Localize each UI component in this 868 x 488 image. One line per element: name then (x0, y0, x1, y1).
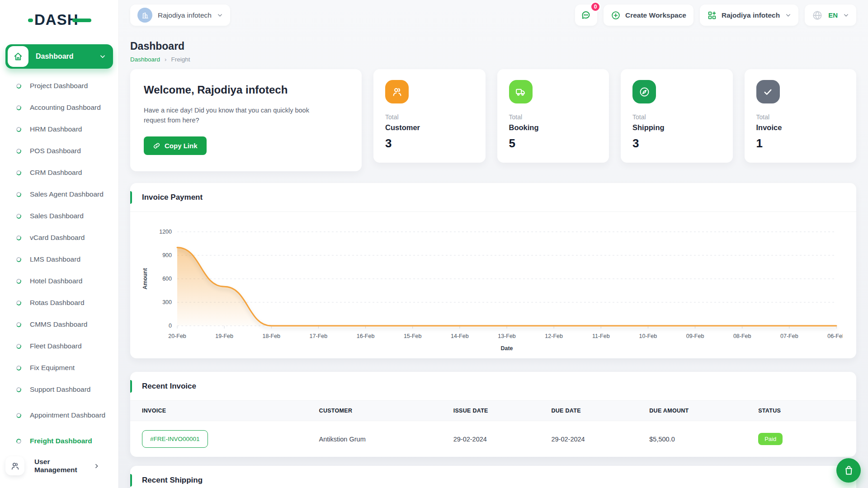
link-icon (153, 142, 160, 150)
stat-value: 1 (756, 136, 845, 150)
messages-count-badge: 0 (590, 1, 601, 12)
recent-shipping-title: Recent Shipping (142, 476, 203, 485)
breadcrumb-dashboard-link[interactable]: Dashboard (130, 56, 160, 63)
sidebar-item-hotel-dashboard[interactable]: Hotel Dashboard (0, 270, 118, 292)
user-management-label: User Management (34, 458, 94, 474)
workspace-name: Rajodiya infotech (158, 11, 212, 19)
stat-card-shipping: Total Shipping 3 (621, 69, 733, 163)
workspace-selector[interactable]: Rajodiya infotech (130, 5, 230, 26)
sidebar-item-accounting-dashboard[interactable]: Accounting Dashboard (0, 97, 118, 118)
sidebar-item-support-dashboard[interactable]: Support Dashboard (0, 379, 118, 400)
svg-text:300: 300 (162, 299, 172, 305)
invoice-number-button[interactable]: #FRE-INVO00001 (142, 430, 208, 448)
recent-invoice-table: Invoice Customer Issue Date Due Date Due… (130, 401, 856, 457)
breadcrumb: Dashboard › Freight (130, 56, 856, 63)
svg-text:12-Feb: 12-Feb (545, 333, 563, 339)
shopping-bag-icon (843, 465, 854, 476)
sidebar-item-project-dashboard[interactable]: Project Dashboard (0, 75, 118, 97)
brand-logo[interactable]: DASH (28, 10, 118, 29)
sidebar-item-label: vCard Dashboard (30, 233, 106, 242)
sidebar-item-sales-dashboard[interactable]: Sales Dashboard (0, 205, 118, 227)
bullet-ring-icon (16, 191, 22, 197)
home-icon (8, 46, 28, 67)
svg-text:600: 600 (162, 276, 172, 282)
sidebar-item-label: Rotas Dashboard (30, 298, 106, 307)
accent-bar (130, 474, 132, 487)
bullet-ring-icon (16, 300, 22, 305)
svg-text:16-Feb: 16-Feb (357, 333, 375, 339)
copy-link-button[interactable]: Copy Link (144, 136, 207, 155)
chevron-right-icon (94, 463, 99, 469)
sidebar-item-appointment-dashboard[interactable]: Appointment Dashboard (0, 400, 118, 430)
invoice-payment-header: Invoice Payment (130, 183, 856, 212)
sidebar-item-cmms-dashboard[interactable]: CMMS Dashboard (0, 314, 118, 335)
col-status: Status (758, 401, 856, 421)
workspace-avatar (137, 8, 152, 23)
sidebar-subnav: Project Dashboard Accounting Dashboard H… (0, 75, 118, 452)
sidebar-item-label: Hotel Dashboard (30, 277, 106, 285)
sidebar-item-label: Sales Dashboard (30, 211, 106, 220)
summary-row: Welcome, Rajodiya infotech Have a nice d… (130, 69, 856, 171)
svg-text:14-Feb: 14-Feb (451, 333, 469, 339)
sidebar-item-user-management[interactable]: User Management (5, 456, 113, 475)
sidebar-item-label: Fleet Dashboard (30, 342, 106, 350)
sidebar-item-vcard-dashboard[interactable]: vCard Dashboard (0, 227, 118, 249)
sidebar-item-lms-dashboard[interactable]: LMS Dashboard (0, 249, 118, 270)
sidebar-item-fleet-dashboard[interactable]: Fleet Dashboard (0, 335, 118, 357)
sidebar-item-hrm-dashboard[interactable]: HRM Dashboard (0, 118, 118, 140)
topbar: Rajodiya infotech 0 Create Workspace (130, 5, 856, 26)
svg-text:13-Feb: 13-Feb (498, 333, 516, 339)
messages-button[interactable]: 0 (575, 5, 597, 26)
sidebar: DASH Dashboard Project Dashboard Account… (0, 0, 118, 488)
bullet-ring-icon (16, 438, 22, 444)
sidebar-item-freight-dashboard[interactable]: Freight Dashboard (0, 430, 118, 452)
welcome-card: Welcome, Rajodiya infotech Have a nice d… (130, 69, 362, 171)
invoice-payment-card: Invoice Payment 03006009001200 20-Feb19-… (130, 183, 856, 358)
bullet-ring-icon (16, 213, 22, 219)
svg-text:Date: Date (500, 345, 513, 352)
sidebar-dashboard-label: Dashboard (36, 52, 99, 61)
stat-label: Customer (385, 123, 474, 132)
stat-label: Booking (509, 123, 598, 132)
svg-text:Amount: Amount (142, 268, 148, 290)
stat-card-customer: Total Customer 3 (373, 69, 486, 163)
stat-card-booking: Total Booking 5 (497, 69, 609, 163)
bullet-ring-icon (16, 256, 22, 262)
bullet-ring-icon (16, 126, 22, 132)
language-selector[interactable]: EN (805, 5, 856, 26)
recent-invoice-header: Recent Invoice (130, 372, 856, 401)
svg-text:DASH: DASH (34, 11, 79, 28)
bullet-ring-icon (16, 235, 22, 240)
stat-label: Shipping (632, 123, 721, 132)
welcome-title: Welcome, Rajodiya infotech (144, 84, 348, 96)
sidebar-item-rotas-dashboard[interactable]: Rotas Dashboard (0, 292, 118, 314)
sidebar-item-fix-equipment[interactable]: Fix Equipment (0, 357, 118, 379)
cell-issue-date: 29-02-2024 (453, 421, 552, 457)
create-workspace-button[interactable]: Create Workspace (604, 5, 693, 26)
stat-value: 3 (632, 136, 721, 150)
stat-prefix: Total (509, 113, 598, 121)
accent-bar (130, 380, 132, 393)
sidebar-item-label: Freight Dashboard (30, 436, 106, 445)
table-row: #FRE-INVO00001 Antikstion Grum 29-02-202… (130, 421, 856, 457)
svg-text:07-Feb: 07-Feb (780, 333, 798, 339)
sidebar-item-sales-agent-dashboard[interactable]: Sales Agent Dashboard (0, 183, 118, 205)
svg-text:0: 0 (169, 323, 172, 329)
svg-text:18-Feb: 18-Feb (262, 333, 280, 339)
col-due-date: Due Date (551, 401, 649, 421)
cart-fab-button[interactable] (836, 458, 861, 483)
invoice-payment-title: Invoice Payment (142, 193, 203, 202)
chevron-down-icon (99, 53, 106, 60)
sidebar-item-pos-dashboard[interactable]: POS Dashboard (0, 140, 118, 162)
dash-logo-icon: DASH (28, 10, 91, 29)
sidebar-item-crm-dashboard[interactable]: CRM Dashboard (0, 162, 118, 183)
sidebar-item-label: Project Dashboard (30, 81, 106, 90)
bullet-ring-icon (16, 169, 22, 175)
bullet-ring-icon (16, 104, 22, 110)
svg-text:900: 900 (162, 252, 172, 258)
bullet-ring-icon (16, 365, 22, 371)
sidebar-item-dashboard[interactable]: Dashboard (5, 44, 113, 69)
bullet-ring-icon (16, 412, 22, 418)
account-menu[interactable]: Rajodiya infotech (700, 5, 798, 26)
chevron-down-icon (217, 12, 223, 18)
